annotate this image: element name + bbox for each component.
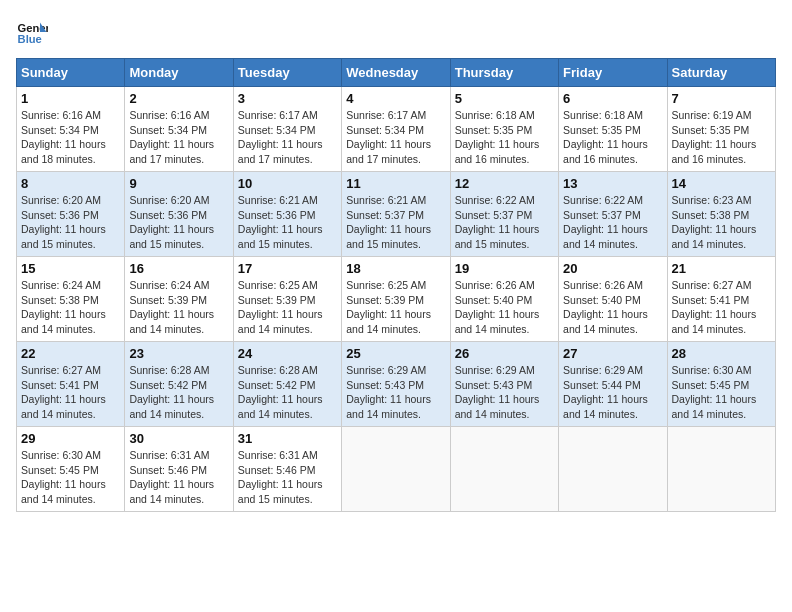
- calendar-cell: [450, 427, 558, 512]
- day-number: 7: [672, 91, 771, 106]
- calendar-header-row: SundayMondayTuesdayWednesdayThursdayFrid…: [17, 59, 776, 87]
- calendar-cell: 25Sunrise: 6:29 AMSunset: 5:43 PMDayligh…: [342, 342, 450, 427]
- calendar-cell: 22Sunrise: 6:27 AMSunset: 5:41 PMDayligh…: [17, 342, 125, 427]
- day-info: Sunrise: 6:28 AMSunset: 5:42 PMDaylight:…: [129, 363, 228, 422]
- day-info: Sunrise: 6:30 AMSunset: 5:45 PMDaylight:…: [21, 448, 120, 507]
- calendar-cell: 14Sunrise: 6:23 AMSunset: 5:38 PMDayligh…: [667, 172, 775, 257]
- day-number: 22: [21, 346, 120, 361]
- day-info: Sunrise: 6:16 AMSunset: 5:34 PMDaylight:…: [21, 108, 120, 167]
- calendar-cell: 18Sunrise: 6:25 AMSunset: 5:39 PMDayligh…: [342, 257, 450, 342]
- calendar-cell: 9Sunrise: 6:20 AMSunset: 5:36 PMDaylight…: [125, 172, 233, 257]
- day-info: Sunrise: 6:24 AMSunset: 5:38 PMDaylight:…: [21, 278, 120, 337]
- calendar-week-5: 29Sunrise: 6:30 AMSunset: 5:45 PMDayligh…: [17, 427, 776, 512]
- logo: General Blue: [16, 16, 48, 48]
- day-number: 31: [238, 431, 337, 446]
- calendar-cell: 15Sunrise: 6:24 AMSunset: 5:38 PMDayligh…: [17, 257, 125, 342]
- header: General Blue: [16, 16, 776, 48]
- day-number: 26: [455, 346, 554, 361]
- calendar-week-4: 22Sunrise: 6:27 AMSunset: 5:41 PMDayligh…: [17, 342, 776, 427]
- calendar-cell: 5Sunrise: 6:18 AMSunset: 5:35 PMDaylight…: [450, 87, 558, 172]
- day-number: 12: [455, 176, 554, 191]
- day-number: 2: [129, 91, 228, 106]
- day-info: Sunrise: 6:20 AMSunset: 5:36 PMDaylight:…: [129, 193, 228, 252]
- day-info: Sunrise: 6:27 AMSunset: 5:41 PMDaylight:…: [21, 363, 120, 422]
- calendar-cell: 26Sunrise: 6:29 AMSunset: 5:43 PMDayligh…: [450, 342, 558, 427]
- day-info: Sunrise: 6:24 AMSunset: 5:39 PMDaylight:…: [129, 278, 228, 337]
- day-number: 25: [346, 346, 445, 361]
- day-info: Sunrise: 6:22 AMSunset: 5:37 PMDaylight:…: [563, 193, 662, 252]
- day-info: Sunrise: 6:21 AMSunset: 5:36 PMDaylight:…: [238, 193, 337, 252]
- calendar-cell: 21Sunrise: 6:27 AMSunset: 5:41 PMDayligh…: [667, 257, 775, 342]
- header-wednesday: Wednesday: [342, 59, 450, 87]
- calendar-cell: 20Sunrise: 6:26 AMSunset: 5:40 PMDayligh…: [559, 257, 667, 342]
- calendar-cell: 12Sunrise: 6:22 AMSunset: 5:37 PMDayligh…: [450, 172, 558, 257]
- calendar-cell: 27Sunrise: 6:29 AMSunset: 5:44 PMDayligh…: [559, 342, 667, 427]
- day-number: 19: [455, 261, 554, 276]
- calendar-cell: 31Sunrise: 6:31 AMSunset: 5:46 PMDayligh…: [233, 427, 341, 512]
- day-info: Sunrise: 6:31 AMSunset: 5:46 PMDaylight:…: [129, 448, 228, 507]
- calendar-week-2: 8Sunrise: 6:20 AMSunset: 5:36 PMDaylight…: [17, 172, 776, 257]
- header-monday: Monday: [125, 59, 233, 87]
- header-sunday: Sunday: [17, 59, 125, 87]
- calendar-cell: 28Sunrise: 6:30 AMSunset: 5:45 PMDayligh…: [667, 342, 775, 427]
- calendar-cell: 2Sunrise: 6:16 AMSunset: 5:34 PMDaylight…: [125, 87, 233, 172]
- calendar-week-1: 1Sunrise: 6:16 AMSunset: 5:34 PMDaylight…: [17, 87, 776, 172]
- day-number: 15: [21, 261, 120, 276]
- day-number: 3: [238, 91, 337, 106]
- day-number: 18: [346, 261, 445, 276]
- calendar-cell: 1Sunrise: 6:16 AMSunset: 5:34 PMDaylight…: [17, 87, 125, 172]
- day-number: 17: [238, 261, 337, 276]
- day-number: 16: [129, 261, 228, 276]
- calendar-table: SundayMondayTuesdayWednesdayThursdayFrid…: [16, 58, 776, 512]
- header-saturday: Saturday: [667, 59, 775, 87]
- day-number: 5: [455, 91, 554, 106]
- day-info: Sunrise: 6:17 AMSunset: 5:34 PMDaylight:…: [238, 108, 337, 167]
- day-number: 24: [238, 346, 337, 361]
- calendar-cell: 23Sunrise: 6:28 AMSunset: 5:42 PMDayligh…: [125, 342, 233, 427]
- day-number: 13: [563, 176, 662, 191]
- day-number: 8: [21, 176, 120, 191]
- day-info: Sunrise: 6:26 AMSunset: 5:40 PMDaylight:…: [455, 278, 554, 337]
- day-info: Sunrise: 6:19 AMSunset: 5:35 PMDaylight:…: [672, 108, 771, 167]
- day-info: Sunrise: 6:28 AMSunset: 5:42 PMDaylight:…: [238, 363, 337, 422]
- day-info: Sunrise: 6:16 AMSunset: 5:34 PMDaylight:…: [129, 108, 228, 167]
- day-number: 29: [21, 431, 120, 446]
- day-number: 28: [672, 346, 771, 361]
- day-number: 23: [129, 346, 228, 361]
- day-number: 4: [346, 91, 445, 106]
- logo-icon: General Blue: [16, 16, 48, 48]
- calendar-cell: 6Sunrise: 6:18 AMSunset: 5:35 PMDaylight…: [559, 87, 667, 172]
- header-friday: Friday: [559, 59, 667, 87]
- day-info: Sunrise: 6:18 AMSunset: 5:35 PMDaylight:…: [563, 108, 662, 167]
- calendar-cell: 24Sunrise: 6:28 AMSunset: 5:42 PMDayligh…: [233, 342, 341, 427]
- calendar-cell: 13Sunrise: 6:22 AMSunset: 5:37 PMDayligh…: [559, 172, 667, 257]
- day-info: Sunrise: 6:25 AMSunset: 5:39 PMDaylight:…: [346, 278, 445, 337]
- header-thursday: Thursday: [450, 59, 558, 87]
- day-info: Sunrise: 6:31 AMSunset: 5:46 PMDaylight:…: [238, 448, 337, 507]
- calendar-cell: [667, 427, 775, 512]
- day-number: 9: [129, 176, 228, 191]
- calendar-cell: [342, 427, 450, 512]
- day-number: 20: [563, 261, 662, 276]
- calendar-week-3: 15Sunrise: 6:24 AMSunset: 5:38 PMDayligh…: [17, 257, 776, 342]
- day-number: 10: [238, 176, 337, 191]
- svg-text:Blue: Blue: [18, 33, 42, 45]
- calendar-cell: 7Sunrise: 6:19 AMSunset: 5:35 PMDaylight…: [667, 87, 775, 172]
- calendar-cell: 16Sunrise: 6:24 AMSunset: 5:39 PMDayligh…: [125, 257, 233, 342]
- day-info: Sunrise: 6:21 AMSunset: 5:37 PMDaylight:…: [346, 193, 445, 252]
- calendar-cell: 30Sunrise: 6:31 AMSunset: 5:46 PMDayligh…: [125, 427, 233, 512]
- calendar-cell: 10Sunrise: 6:21 AMSunset: 5:36 PMDayligh…: [233, 172, 341, 257]
- day-number: 11: [346, 176, 445, 191]
- header-tuesday: Tuesday: [233, 59, 341, 87]
- day-info: Sunrise: 6:25 AMSunset: 5:39 PMDaylight:…: [238, 278, 337, 337]
- calendar-cell: [559, 427, 667, 512]
- day-number: 21: [672, 261, 771, 276]
- calendar-cell: 8Sunrise: 6:20 AMSunset: 5:36 PMDaylight…: [17, 172, 125, 257]
- day-number: 14: [672, 176, 771, 191]
- day-info: Sunrise: 6:30 AMSunset: 5:45 PMDaylight:…: [672, 363, 771, 422]
- day-info: Sunrise: 6:20 AMSunset: 5:36 PMDaylight:…: [21, 193, 120, 252]
- day-info: Sunrise: 6:29 AMSunset: 5:43 PMDaylight:…: [455, 363, 554, 422]
- day-info: Sunrise: 6:22 AMSunset: 5:37 PMDaylight:…: [455, 193, 554, 252]
- calendar-cell: 29Sunrise: 6:30 AMSunset: 5:45 PMDayligh…: [17, 427, 125, 512]
- day-info: Sunrise: 6:18 AMSunset: 5:35 PMDaylight:…: [455, 108, 554, 167]
